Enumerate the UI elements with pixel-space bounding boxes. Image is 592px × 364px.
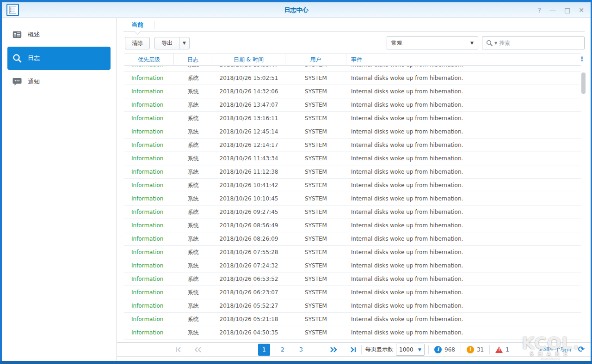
sidebar-item-overview[interactable]: 概述 [7, 26, 111, 43]
warning-count[interactable]: ! 31 [465, 346, 486, 353]
last-page-icon[interactable] [348, 345, 358, 354]
cell-datetime: 2018/10/26 07:24:32 [212, 259, 285, 272]
cell-priority: Information [124, 85, 174, 98]
page-number-2[interactable]: 2 [277, 344, 289, 356]
table-row[interactable]: Information系统2018/10/26 07:24:32SYSTEMIn… [124, 259, 581, 273]
export-button[interactable]: 导出 [155, 37, 179, 49]
cell-event: Internal disks woke up from hibernation. [346, 85, 581, 98]
table-row[interactable]: Information系统2018/10/26 11:12:38SYSTEMIn… [124, 165, 581, 179]
cell-event: Internal disks woke up from hibernation. [346, 165, 581, 178]
cell-user: SYSTEM [285, 66, 346, 71]
minimize-icon[interactable]: — [549, 7, 556, 13]
error-count[interactable]: 1 [493, 346, 511, 353]
first-page-icon[interactable] [174, 345, 183, 354]
column-header-datetime[interactable]: 日期 & 时间 [212, 54, 285, 66]
page-number-3[interactable]: 3 [295, 344, 307, 356]
table-row[interactable]: Information系统2018/10/26 07:55:28SYSTEMIn… [124, 246, 581, 259]
cell-user: SYSTEM [285, 313, 346, 326]
cell-log: 系统 [174, 72, 212, 85]
search-input[interactable] [499, 40, 580, 46]
cell-user: SYSTEM [285, 112, 346, 125]
table-row[interactable]: Information系统2018/10/26 13:47:07SYSTEMIn… [124, 98, 581, 112]
cell-log: 系统 [174, 66, 212, 71]
chevron-down-icon: ▼ [418, 347, 421, 352]
cell-priority: Information [124, 299, 174, 312]
cell-user: SYSTEM [285, 286, 346, 299]
next-page-icon[interactable] [329, 345, 338, 354]
help-icon[interactable]: ? [538, 7, 541, 13]
cell-datetime: 2018/10/26 13:47:07 [212, 98, 285, 111]
cell-user: SYSTEM [285, 299, 346, 312]
table-row[interactable]: Information系统2018/10/26 15:33:47SYSTEMIn… [124, 66, 581, 72]
table-row[interactable]: Information系统2018/10/26 10:10:45SYSTEMIn… [124, 192, 581, 206]
table-row[interactable]: Information系统2018/10/26 13:16:11SYSTEMIn… [124, 112, 581, 125]
log-type-select[interactable]: 常规 ▼ [387, 36, 478, 49]
cell-datetime: 2018/10/26 15:02:51 [212, 72, 285, 85]
table-row[interactable]: Information系统2018/10/26 08:56:49SYSTEMIn… [124, 219, 581, 232]
error-triangle-icon [495, 346, 503, 353]
cell-priority: Information [124, 286, 174, 299]
cell-user: SYSTEM [285, 273, 346, 285]
table-row[interactable]: Information系统2018/10/26 09:27:45SYSTEMIn… [124, 206, 581, 219]
chevron-down-icon: ▼ [470, 41, 474, 45]
column-header-log[interactable]: 日志 [174, 54, 212, 66]
maximize-icon[interactable]: □ [564, 7, 570, 13]
table-row[interactable]: Information系统2018/10/26 06:53:52SYSTEMIn… [124, 273, 581, 286]
search-options-arrow[interactable]: ▼ [494, 41, 497, 45]
cell-event: Internal disks woke up from hibernation. [346, 192, 581, 205]
table-row[interactable]: Information系统2018/10/26 04:50:35SYSTEMIn… [124, 326, 581, 340]
cell-datetime: 2018/10/26 06:53:52 [212, 273, 285, 285]
cell-priority: Information [124, 112, 174, 125]
table-row[interactable]: Information系统2018/10/26 12:45:14SYSTEMIn… [124, 125, 581, 139]
sidebar-item-notifications[interactable]: 通知 [7, 73, 111, 90]
table-row[interactable]: Information系统2018/10/26 11:43:34SYSTEMIn… [124, 152, 581, 165]
cell-datetime: 2018/10/26 05:52:27 [212, 299, 285, 312]
cell-user: SYSTEM [285, 326, 346, 339]
cell-datetime: 2018/10/26 12:14:17 [212, 139, 285, 152]
cell-log: 系统 [174, 179, 212, 192]
page-size-select[interactable]: 1000 ▼ [396, 344, 425, 356]
page-number-1[interactable]: 1 [258, 344, 270, 356]
info-count[interactable]: i 968 [432, 346, 457, 353]
table-row[interactable]: Information系统2018/10/26 14:32:06SYSTEMIn… [124, 85, 581, 98]
export-dropdown-arrow[interactable]: ▼ [179, 37, 189, 49]
sidebar-item-logs[interactable]: 日志 [7, 47, 111, 70]
table-row[interactable]: Information系统2018/10/26 06:23:07SYSTEMIn… [124, 286, 581, 299]
cell-user: SYSTEM [285, 152, 346, 165]
cell-datetime: 2018/10/26 12:45:14 [212, 125, 285, 138]
log-type-value: 常规 [391, 39, 470, 47]
cell-log: 系统 [174, 259, 212, 272]
table-row[interactable]: Information系统2018/10/26 08:26:09SYSTEMIn… [124, 232, 581, 246]
cell-event: Internal disks woke up from hibernation. [346, 112, 581, 125]
cell-log: 系统 [174, 125, 212, 138]
cell-datetime: 2018/10/26 06:23:07 [212, 286, 285, 299]
table-row[interactable]: Information系统2018/10/26 12:14:17SYSTEMIn… [124, 139, 581, 152]
cell-priority: Information [124, 139, 174, 152]
table-row[interactable]: Information系统2018/10/26 10:41:42SYSTEMIn… [124, 179, 581, 192]
cell-log: 系统 [174, 165, 212, 178]
overview-icon [12, 31, 22, 38]
cell-datetime: 2018/10/26 11:43:34 [212, 152, 285, 165]
cell-event: Internal disks woke up from hibernation. [346, 259, 581, 272]
clear-button[interactable]: 清除 [125, 37, 150, 49]
column-header-user[interactable]: 用户 [285, 54, 346, 66]
cell-event: Internal disks woke up from hibernation. [346, 299, 581, 312]
column-options-icon[interactable]: ⋮ [579, 54, 585, 64]
table-row[interactable]: Information系统2018/10/26 15:02:51SYSTEMIn… [124, 72, 581, 85]
cell-datetime: 2018/10/26 04:50:35 [212, 326, 285, 339]
cell-priority: Information [124, 326, 174, 339]
cell-datetime: 2018/10/26 10:41:42 [212, 179, 285, 192]
table-header: 优先层级 日志 日期 & 时间 用户 事件 [124, 53, 581, 66]
cell-priority: Information [124, 98, 174, 111]
close-icon[interactable]: ✕ [579, 7, 584, 13]
refresh-icon[interactable]: ⟳ [578, 346, 585, 353]
table-row[interactable]: Information系统2018/10/26 05:52:27SYSTEMIn… [124, 299, 581, 313]
prev-page-icon[interactable] [193, 345, 203, 354]
table-row[interactable]: Information系统2018/10/26 05:21:18SYSTEMIn… [124, 313, 581, 326]
cell-user: SYSTEM [285, 179, 346, 192]
vertical-scrollbar-thumb[interactable] [581, 73, 586, 94]
column-header-priority[interactable]: 优先层级 [124, 54, 174, 66]
column-header-event[interactable]: 事件 [346, 54, 581, 66]
cell-user: SYSTEM [285, 125, 346, 138]
cell-event: Internal disks woke up from hibernation. [346, 125, 581, 138]
